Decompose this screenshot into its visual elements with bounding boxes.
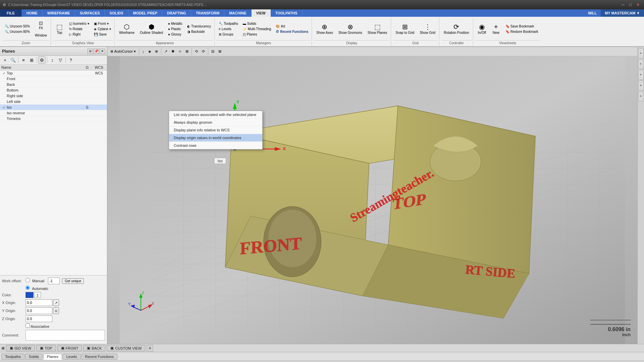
groups-btn[interactable]: ⊞ Groups (217, 32, 240, 37)
vt-btn2[interactable]: ◈ (147, 48, 153, 55)
vt-btn5[interactable]: ✱ (170, 48, 176, 55)
automatic-radio-label[interactable]: Automatic (25, 286, 48, 291)
panel-close-btn[interactable]: ✕ (100, 49, 105, 54)
manual-radio[interactable] (25, 278, 30, 282)
settings-btn[interactable]: ⚙ (38, 56, 46, 64)
wireframe-btn[interactable]: ⬡ Wireframe (117, 19, 137, 39)
x-origin-input[interactable] (25, 299, 52, 306)
cplane-btn[interactable]: ◈ Cplane ▾ (92, 26, 113, 32)
backside-btn[interactable]: ◑ Backside (185, 29, 213, 34)
art-btn[interactable]: 🎨 Art (274, 24, 310, 29)
vt-btn9[interactable]: ⟳ (200, 48, 207, 55)
new-plane-btn[interactable]: + (1, 56, 9, 64)
planes-mgr-btn[interactable]: ◰ Planes (241, 32, 273, 37)
solids-btn[interactable]: ▬ Solids (241, 21, 273, 26)
inoff-btn[interactable]: ◉ In/Off (475, 19, 489, 39)
manual-radio-label[interactable]: Manual (25, 279, 45, 283)
y-origin-input[interactable] (25, 307, 52, 314)
tab-levels[interactable]: Levels (63, 354, 81, 360)
tab-machine[interactable]: MACHINE (224, 9, 251, 17)
view-options-btn[interactable]: ≡ (20, 56, 27, 64)
translucency-btn[interactable]: ◐ Translucency (185, 24, 213, 29)
plane-row-bottom[interactable]: Bottom (0, 87, 107, 93)
front-btn[interactable]: ▣ Front ▾ (92, 21, 113, 26)
plane-row-left-side[interactable]: Left side (0, 99, 107, 105)
rotate-btn[interactable]: ↻ Rotate (67, 26, 92, 32)
plane-row-front[interactable]: Front (0, 76, 107, 82)
tab-planes[interactable]: Planes (43, 354, 62, 360)
tab-home[interactable]: HOME (22, 9, 43, 17)
vt-btn11[interactable]: ⊞ (217, 48, 223, 55)
plane-row-trimetric[interactable]: Trimetric (0, 116, 107, 122)
window-btn[interactable]: Window (33, 32, 49, 39)
plane-row-iso[interactable]: ✓ Iso G (0, 105, 107, 110)
restore-bookmark-btn[interactable]: 🔖 Restore Bookmark (503, 29, 540, 34)
plane-row-right-side[interactable]: Right side (0, 93, 107, 99)
panel-float-btn[interactable]: ⊘ (88, 49, 93, 54)
ctx-item-0[interactable]: List only planes associated with the sel… (169, 111, 262, 119)
tab-toolpaths[interactable]: Toolpaths (1, 354, 24, 360)
fit-btn[interactable]: ⊡ Fit (33, 19, 49, 32)
plane-row-iso-reverse[interactable]: Iso reverse (0, 110, 107, 116)
rt-btn3[interactable]: + (638, 70, 644, 80)
viewport-tab-back[interactable]: ▣ BACK (83, 345, 105, 351)
ctx-item-1[interactable]: Always display gnomon (169, 119, 262, 126)
plastic-btn[interactable]: ● Plastic (166, 26, 184, 32)
tab-toolpaths[interactable]: TOOLPATHS (271, 9, 303, 17)
viewport-tab-iso[interactable]: ▣ ISO VIEW (6, 345, 35, 351)
snap-to-grid-btn[interactable]: ⊞ Snap to Grid (393, 19, 417, 39)
tab-recent-functions[interactable]: Recent Functions (82, 354, 118, 360)
new-sheet-btn[interactable]: + New (489, 19, 503, 39)
top-view-btn[interactable]: ⬚ Top (53, 19, 66, 39)
automatic-radio[interactable] (25, 286, 30, 290)
vt-btn1[interactable]: ↕ (141, 48, 146, 55)
recent-fn-btn[interactable]: ⏱ Recent Functions (274, 29, 310, 34)
toolpaths-mgr-btn[interactable]: 🔧 Toolpaths (217, 21, 240, 26)
manual-value-input[interactable] (48, 278, 60, 284)
close-btn[interactable]: ✕ (635, 2, 641, 8)
associative-label[interactable]: Associative (25, 323, 49, 328)
tab-view[interactable]: VIEW (252, 9, 271, 17)
isometric-btn[interactable]: ◱ Isometric ▾ (67, 21, 92, 26)
glossy-btn[interactable]: ● Glossy (166, 32, 184, 37)
unzoom80-btn[interactable]: 🔍 Unzoom 80% (3, 29, 32, 34)
tab-wireframe[interactable]: WIREFRAME (43, 9, 75, 17)
rt-btn4[interactable]: + (638, 80, 644, 90)
search-btn[interactable]: 🔍 (9, 56, 17, 64)
column-settings-btn[interactable]: ⊞ (28, 56, 35, 64)
tab-file[interactable]: FILE (0, 9, 22, 17)
levels-btn[interactable]: ≡ Levels (217, 26, 240, 32)
rt-btn5[interactable]: + (638, 91, 644, 101)
unzoom50-btn[interactable]: 🔍 Unzoom 50% (3, 24, 32, 29)
rt-btn1[interactable]: + (638, 48, 644, 58)
associative-checkbox[interactable] (25, 323, 30, 328)
vt-btn7[interactable]: ⊞ (184, 48, 190, 55)
viewport-tab-front[interactable]: ▣ FRONT (57, 345, 82, 351)
ctx-item-4[interactable]: Contrast rows (169, 142, 262, 149)
vt-btn8[interactable]: ⟲ (193, 48, 200, 55)
rt-btn2[interactable]: + (638, 59, 644, 69)
vt-btn6[interactable]: ⊹ (177, 48, 183, 55)
get-unique-btn[interactable]: Get unique (62, 278, 84, 284)
metallic-btn[interactable]: ● Metallic (166, 21, 184, 26)
vt-btn10[interactable]: ⊟ (210, 48, 216, 55)
title-right[interactable]: ─ □ ✕ (620, 2, 641, 8)
tab-solids[interactable]: Solids (25, 354, 43, 360)
help-btn[interactable]: ? (67, 56, 74, 64)
outline-btn[interactable]: ⬢ Outline Shaded (138, 19, 165, 39)
minimize-btn[interactable]: ─ (620, 2, 626, 8)
show-axes-btn[interactable]: ⊕ Show Axes (314, 19, 335, 39)
filter-btn[interactable]: ▽ (57, 56, 64, 64)
viewport-tab-top[interactable]: ▣ TOP (36, 345, 56, 351)
ctx-item-3[interactable]: Display origin values in world coordinat… (169, 134, 262, 142)
maximize-btn[interactable]: □ (628, 2, 633, 8)
vt-btn3[interactable]: ⊕ (153, 48, 160, 55)
sort-btn[interactable]: ↕ (49, 56, 56, 64)
plane-row-top[interactable]: ✓ Top WCS (0, 70, 107, 76)
tab-model-prep[interactable]: MODEL PREP (128, 9, 163, 17)
tab-surfaces[interactable]: SURFACES (75, 9, 105, 17)
tab-drafting[interactable]: DRAFTING (162, 9, 191, 17)
tab-solids[interactable]: SOLIDS (105, 9, 128, 17)
show-grid-btn[interactable]: ⋮ Show Grid (417, 19, 438, 39)
save-view-btn[interactable]: 💾 Save (92, 32, 113, 37)
